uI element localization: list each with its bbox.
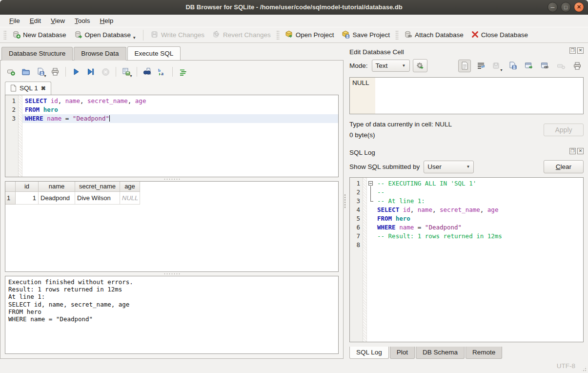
table-row[interactable]: 1 1 Deadpond Dive Wilson NULL (5, 192, 338, 205)
cell-secret-name[interactable]: Dive Wilson (75, 192, 120, 205)
comment-lines-icon (179, 68, 187, 76)
editor-results-splitter[interactable] (5, 177, 339, 181)
save-project-icon (342, 30, 350, 40)
print-sql-button[interactable] (49, 65, 61, 78)
float-dock-icon[interactable]: ❐ (569, 47, 576, 54)
open-in-external-button[interactable] (523, 60, 535, 72)
open-file-icon (21, 67, 30, 76)
auto-format-button[interactable]: ba (156, 65, 168, 78)
save-project-button[interactable]: Save Project (338, 28, 394, 42)
tab-browse-data[interactable]: Browse Data (74, 47, 126, 61)
results-header-age[interactable]: age (120, 182, 140, 192)
play-icon (72, 68, 80, 76)
cell-id[interactable]: 1 (16, 192, 39, 205)
sql-log-dock-title: SQL Log ❐ ✕ (347, 146, 584, 158)
word-wrap-button[interactable] (474, 60, 487, 72)
float-dock-icon[interactable]: ❐ (569, 148, 576, 154)
toolbar-drag-handle[interactable] (395, 30, 399, 41)
cell-size-info: 0 byte(s) (349, 130, 452, 141)
editor-line-numbers: 123 (5, 95, 19, 177)
tab-db-schema[interactable]: DB Schema (416, 347, 465, 359)
svg-text:b: b (158, 68, 161, 73)
menu-tools[interactable]: Tools (70, 16, 95, 26)
tab-remote[interactable]: Remote (466, 347, 502, 359)
open-sql-file-button[interactable] (20, 65, 32, 78)
save-results-button[interactable]: ▼ (120, 65, 133, 78)
chevron-down-icon: ▼ (402, 63, 406, 68)
sql-log-filter-label: Show SQL submitted by (349, 163, 420, 170)
link-cell-button[interactable] (539, 60, 551, 72)
export-save-icon (508, 62, 517, 70)
menu-help[interactable]: Help (96, 16, 118, 26)
clear-log-button[interactable]: Clear (544, 160, 584, 173)
open-project-button[interactable]: Open Project (281, 28, 338, 42)
cell-type-info: Type of data currently in cell: NULL (349, 119, 452, 130)
save-sql-file-button[interactable]: ▼ (34, 65, 47, 78)
cell-age[interactable]: NULL (120, 192, 140, 205)
text-document-icon (461, 62, 468, 70)
new-sql-tab-button[interactable] (5, 65, 18, 78)
title-bar[interactable]: DB Browser for SQLite - /home/user/code/… (0, 0, 588, 15)
find-button[interactable] (141, 65, 154, 78)
set-null-icon (557, 62, 566, 69)
bottom-tab-bar: SQL Log Plot DB Schema Remote (349, 347, 584, 359)
menu-edit[interactable]: Edit (25, 16, 45, 26)
auto-switch-mode-button[interactable] (413, 59, 427, 72)
results-header-secret-name[interactable]: secret_name (75, 182, 120, 192)
editor-code-area[interactable]: SELECT id, name, secret_name, ageFROM he… (22, 95, 338, 177)
word-wrap-icon (477, 62, 485, 69)
close-sql-tab-icon[interactable]: ✖ (41, 85, 46, 92)
close-button[interactable]: ✕ (574, 2, 584, 12)
sql-file-tab[interactable]: SQL 1 ✖ (5, 82, 51, 95)
import-data-button: ▼ (490, 60, 503, 72)
sql-log-view[interactable]: 12345678 -- EXECUTING ALL IN 'SQL 1'----… (349, 177, 584, 342)
play-to-line-icon (87, 68, 95, 76)
results-grid[interactable]: id name secret_name age 1 1 Deadpond Div… (5, 181, 339, 272)
log-line-numbers: 12345678 (350, 178, 363, 342)
results-header-id[interactable]: id (16, 182, 39, 192)
execute-line-button[interactable] (84, 65, 97, 78)
cell-value-editor[interactable]: NULL (349, 77, 584, 114)
open-database-icon (74, 30, 82, 40)
attach-database-button[interactable]: Attach Database (400, 28, 467, 42)
write-changes-icon (150, 30, 159, 40)
execute-all-button[interactable] (70, 65, 82, 78)
open-database-button[interactable]: Open Database ▼ (70, 28, 141, 42)
tab-plot[interactable]: Plot (390, 347, 415, 359)
open-database-dropdown-caret[interactable]: ▼ (132, 36, 136, 40)
stop-icon (101, 68, 110, 76)
log-fold-margin (363, 178, 367, 342)
log-fold-markers[interactable] (367, 178, 375, 342)
maximize-button[interactable]: □ (561, 2, 571, 12)
menu-bar: File Edit View Tools Help (0, 15, 588, 27)
toggle-comment-button[interactable] (177, 65, 189, 78)
close-database-icon (471, 31, 479, 40)
tab-database-structure[interactable]: Database Structure (1, 47, 73, 61)
tab-sql-log[interactable]: SQL Log (349, 347, 389, 359)
results-message-splitter[interactable] (5, 272, 339, 276)
close-database-button[interactable]: Close Database (467, 29, 532, 41)
new-database-button[interactable]: New Database (8, 28, 70, 42)
menu-file[interactable]: File (5, 16, 24, 26)
close-dock-icon[interactable]: ✕ (577, 47, 584, 54)
mode-select[interactable]: Text▼ (372, 60, 410, 72)
edit-cell-dock-title: Edit Database Cell ❐ ✕ (347, 46, 584, 58)
resize-grip-icon[interactable] (581, 366, 587, 372)
results-header-name[interactable]: name (39, 182, 75, 192)
encoding-indicator[interactable]: UTF-8 (557, 362, 575, 370)
cell-name[interactable]: Deadpond (39, 192, 75, 205)
text-mode-button[interactable] (458, 60, 471, 72)
tab-execute-sql[interactable]: Execute SQL (127, 46, 181, 60)
toolbar-drag-handle[interactable] (3, 30, 7, 41)
toolbar-drag-handle[interactable] (276, 30, 280, 41)
minimize-button[interactable]: ─ (547, 2, 558, 12)
sql-log-filter-select[interactable]: User▼ (424, 161, 474, 173)
export-data-button[interactable] (507, 60, 519, 72)
sql-editor[interactable]: 123 SELECT id, name, secret_name, ageFRO… (5, 95, 339, 177)
print-icon (573, 62, 582, 70)
close-dock-icon[interactable]: ✕ (577, 148, 584, 154)
print-cell-button[interactable] (571, 60, 584, 72)
menu-view[interactable]: View (46, 16, 69, 26)
link-icon (541, 62, 549, 70)
binoculars-icon (143, 67, 152, 76)
